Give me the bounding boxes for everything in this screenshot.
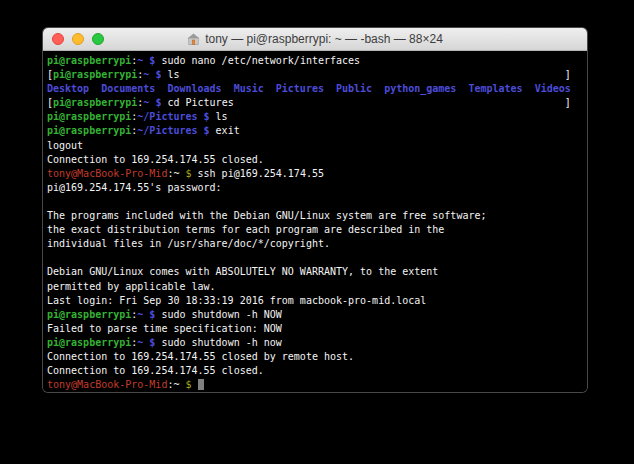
terminal-line: [pi@raspberrypi:~ $ ls ] bbox=[47, 68, 583, 82]
close-button[interactable] bbox=[52, 33, 64, 45]
terminal-text-segment: ls bbox=[210, 111, 228, 122]
terminal-window: tony — pi@raspberrypi: ~ — -bash — 88×24… bbox=[42, 27, 588, 393]
terminal-text-segment: Desktop Documents Downloads Music Pictur… bbox=[47, 83, 571, 94]
terminal-text-segment: permitted by applicable law. bbox=[47, 281, 216, 292]
terminal-text-segment: ~ $ bbox=[143, 97, 161, 108]
terminal-line: pi@raspberrypi:~ $ sudo shutdown -h NOW bbox=[47, 308, 583, 322]
terminal-line: pi@raspberrypi:~ $ sudo shutdown -h now bbox=[47, 336, 583, 350]
terminal-text-segment: ~ $ bbox=[137, 337, 155, 348]
terminal-text-segment: Last login: Fri Sep 30 18:33:19 2016 fro… bbox=[47, 295, 426, 306]
terminal-line: Desktop Documents Downloads Music Pictur… bbox=[47, 82, 583, 96]
terminal-text-segment: sudo nano /etc/network/interfaces bbox=[155, 55, 360, 66]
terminal-text-segment: Connection to 169.254.174.55 closed. bbox=[47, 365, 264, 376]
terminal-text-segment: tony@MacBook-Pro-Mid bbox=[47, 379, 167, 390]
terminal-line: logout bbox=[47, 139, 583, 153]
terminal-line: permitted by applicable law. bbox=[47, 280, 583, 294]
terminal-line: Connection to 169.254.174.55 closed by r… bbox=[47, 350, 583, 364]
window-titlebar[interactable]: tony — pi@raspberrypi: ~ — -bash — 88×24 bbox=[43, 28, 587, 51]
terminal-line: pi@raspberrypi:~/Pictures $ ls bbox=[47, 110, 583, 124]
terminal-line: Connection to 169.254.174.55 closed. bbox=[47, 364, 583, 378]
terminal-text-segment: tony@MacBook-Pro-Mid bbox=[47, 168, 167, 179]
terminal-line bbox=[47, 251, 583, 265]
terminal-text-segment: :~ bbox=[167, 168, 185, 179]
terminal-line: tony@MacBook-Pro-Mid:~ $ bbox=[47, 378, 583, 392]
terminal-text-segment: ~/Pictures $ bbox=[137, 125, 209, 136]
terminal-text-segment: pi@raspberrypi bbox=[47, 125, 131, 136]
terminal-line: individual files in /usr/share/doc/*/cop… bbox=[47, 237, 583, 251]
terminal-text-segment: ] bbox=[234, 97, 571, 108]
terminal-text-segment: :~ bbox=[167, 379, 185, 390]
terminal-text-segment: The programs included with the Debian GN… bbox=[47, 210, 487, 221]
minimize-button[interactable] bbox=[72, 33, 84, 45]
terminal-text-segment: Debian GNU/Linux comes with ABSOLUTELY N… bbox=[47, 266, 438, 277]
terminal-text-segment: cd Pictures bbox=[161, 97, 233, 108]
terminal-text-segment: pi@raspberrypi bbox=[47, 111, 131, 122]
terminal-line: Failed to parse time specification: NOW bbox=[47, 322, 583, 336]
terminal-text-segment: ~ $ bbox=[143, 69, 161, 80]
terminal-text-segment: pi@raspberrypi bbox=[53, 69, 137, 80]
terminal-text-segment: pi@raspberrypi bbox=[47, 309, 131, 320]
terminal-text-segment: ~ $ bbox=[137, 309, 155, 320]
terminal-text-segment: ~/Pictures $ bbox=[137, 111, 209, 122]
terminal-content[interactable]: pi@raspberrypi:~ $ sudo nano /etc/networ… bbox=[43, 51, 587, 393]
terminal-text-segment: pi@raspberrypi bbox=[47, 55, 131, 66]
terminal-text-segment: ls bbox=[161, 69, 179, 80]
terminal-text-segment: pi@169.254.174.55's password: bbox=[47, 182, 228, 193]
terminal-line bbox=[47, 195, 583, 209]
terminal-text-segment: sudo shutdown -h now bbox=[155, 337, 281, 348]
terminal-text-segment: exit bbox=[210, 125, 240, 136]
terminal-text-segment: ~ $ bbox=[137, 55, 155, 66]
terminal-line: [pi@raspberrypi:~ $ cd Pictures ] bbox=[47, 96, 583, 110]
terminal-line: Debian GNU/Linux comes with ABSOLUTELY N… bbox=[47, 265, 583, 279]
terminal-text-segment: Connection to 169.254.174.55 closed. bbox=[47, 154, 264, 165]
window-title-text: tony — pi@raspberrypi: ~ — -bash — 88×24 bbox=[205, 32, 443, 46]
terminal-line: Last login: Fri Sep 30 18:33:19 2016 fro… bbox=[47, 294, 583, 308]
zoom-button[interactable] bbox=[92, 33, 104, 45]
terminal-text-segment: individual files in /usr/share/doc/*/cop… bbox=[47, 238, 330, 249]
terminal-text-segment: the exact distribution terms for each pr… bbox=[47, 224, 444, 235]
terminal-text-segment: Connection to 169.254.174.55 closed by r… bbox=[47, 351, 354, 362]
terminal-line: The programs included with the Debian GN… bbox=[47, 209, 583, 223]
terminal-text-segment: logout bbox=[47, 140, 83, 151]
terminal-text-segment: sudo shutdown -h NOW bbox=[155, 309, 281, 320]
terminal-text-segment: ssh pi@169.254.174.55 bbox=[192, 168, 324, 179]
terminal-line: pi@169.254.174.55's password: bbox=[47, 181, 583, 195]
terminal-line: Connection to 169.254.174.55 closed. bbox=[47, 153, 583, 167]
terminal-text-segment: pi@raspberrypi bbox=[47, 337, 131, 348]
terminal-line: tony@MacBook-Pro-Mid:~ $ ssh pi@169.254.… bbox=[47, 167, 583, 181]
terminal-cursor bbox=[198, 379, 204, 390]
terminal-line: the exact distribution terms for each pr… bbox=[47, 223, 583, 237]
terminal-text-segment: Failed to parse time specification: NOW bbox=[47, 323, 282, 334]
window-title: tony — pi@raspberrypi: ~ — -bash — 88×24 bbox=[187, 32, 443, 46]
window-controls bbox=[52, 28, 104, 50]
terminal-line: pi@raspberrypi:~/Pictures $ exit bbox=[47, 124, 583, 138]
terminal-text-segment bbox=[192, 379, 198, 390]
desktop-background: tony — pi@raspberrypi: ~ — -bash — 88×24… bbox=[0, 0, 634, 464]
terminal-text-segment: ] bbox=[179, 69, 570, 80]
terminal-text-segment: pi@raspberrypi bbox=[53, 97, 137, 108]
home-folder-icon bbox=[187, 33, 200, 45]
terminal-line: pi@raspberrypi:~ $ sudo nano /etc/networ… bbox=[47, 54, 583, 68]
